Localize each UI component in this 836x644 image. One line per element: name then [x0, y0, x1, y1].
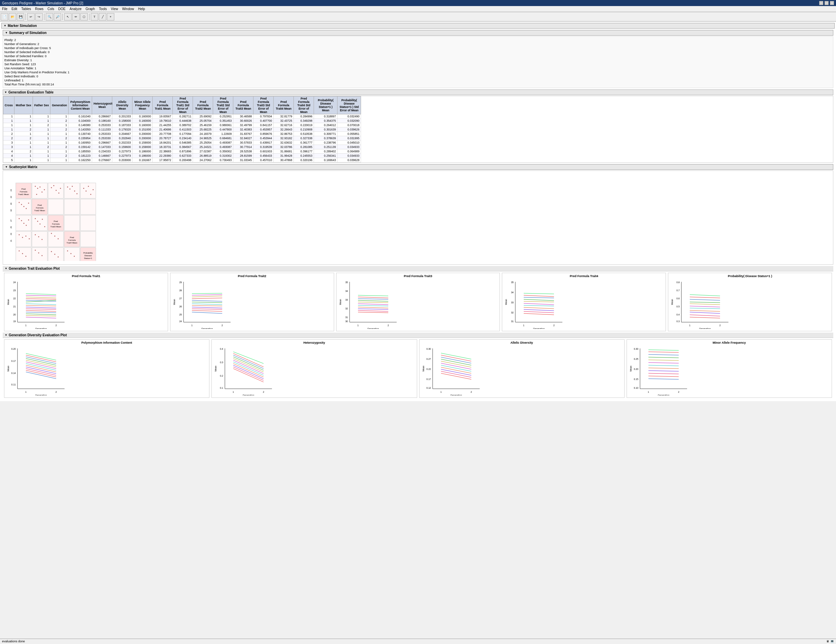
marker-simulation-header[interactable]: ▼ Marker Simulation [2, 23, 834, 29]
brush-button[interactable]: ✏ [72, 13, 80, 21]
svg-text:Generation: Generation [35, 394, 47, 396]
menu-doe[interactable]: DOE [56, 7, 68, 11]
new-button[interactable]: 📄 [1, 13, 8, 21]
diversity-plot-header[interactable]: ▼ Generation Diversity Evaluation Plot [3, 333, 833, 338]
svg-line-179 [358, 306, 388, 306]
menu-rows[interactable]: Rows [33, 7, 46, 11]
svg-text:2: 2 [263, 391, 264, 393]
svg-text:0.14: 0.14 [11, 372, 16, 374]
toolbar-sep2 [44, 13, 44, 20]
page-wrapper: ▼ Marker Simulation ▼ Summary of Simulat… [0, 21, 836, 644]
svg-text:Generation: Generation [243, 394, 255, 396]
svg-text:Mean: Mean [7, 366, 10, 372]
col-pred-t4-mean: Pred Formula Trait4 Mean [274, 96, 294, 114]
col-prob1-se: Probability( Disease Status=1 ) Std Erro… [338, 96, 361, 114]
svg-line-176 [358, 300, 388, 301]
col-pred-t1-mean: Pred Formula Trait1 Mean [153, 96, 173, 114]
svg-line-316 [648, 376, 679, 377]
menu-graph[interactable]: Graph [84, 7, 97, 11]
zoom-out-button[interactable]: 🔎 [54, 13, 61, 21]
svg-text:23: 23 [13, 289, 16, 292]
lasso-button[interactable]: ⬡ [80, 13, 88, 21]
svg-line-128 [26, 304, 56, 305]
summary-header[interactable]: ▼ Summary of Simulation [3, 30, 833, 36]
minimize-button[interactable]: − [819, 1, 823, 5]
svg-text:Trait3 Mean: Trait3 Mean [51, 226, 61, 228]
svg-point-52 [44, 189, 45, 190]
summary-unthreaded: Unthreaded: 1 [4, 78, 832, 82]
svg-point-86 [26, 236, 26, 237]
svg-text:2: 2 [553, 324, 555, 327]
svg-text:Trait1 Mean: Trait1 Mean [18, 193, 29, 195]
menu-help[interactable]: Help [136, 7, 147, 11]
undo-button[interactable]: ↩ [27, 13, 34, 21]
svg-rect-15 [80, 183, 96, 198]
window-controls: − □ × [819, 1, 834, 5]
svg-line-221 [690, 302, 720, 302]
line-button[interactable]: ╱ [99, 13, 106, 21]
svg-point-105 [74, 256, 75, 257]
scatter-matrix-svg: 24 22 20 18 27 25 23 21 Pred Formula Tra… [6, 173, 100, 261]
svg-point-101 [54, 254, 56, 255]
open-button[interactable]: 📂 [9, 13, 16, 21]
data-table-container[interactable]: Cross Mother Sex Father Sex Generation P… [3, 96, 833, 163]
close-button[interactable]: × [830, 1, 834, 5]
menu-tables[interactable]: Tables [19, 7, 33, 11]
menu-view[interactable]: View [109, 7, 120, 11]
save-button[interactable]: 💾 [17, 13, 24, 21]
svg-text:0.17: 0.17 [426, 378, 431, 380]
svg-point-68 [93, 189, 94, 190]
marker-sim-arrow: ▼ [4, 24, 7, 27]
svg-line-317 [648, 379, 679, 379]
svg-point-63 [77, 193, 78, 195]
svg-text:0.30: 0.30 [634, 348, 638, 350]
svg-line-183 [358, 295, 388, 296]
svg-text:Formula: Formula [52, 223, 60, 225]
svg-rect-22 [64, 199, 80, 214]
svg-line-135 [26, 314, 56, 315]
col-polymorphism: Polymorphism Information Content Mean [69, 96, 92, 114]
svg-text:0.25: 0.25 [634, 358, 638, 360]
menu-file[interactable]: File [0, 7, 10, 11]
scatter-header[interactable]: ▼ Scatterplot Matrix [3, 164, 833, 170]
svg-point-50 [40, 186, 41, 188]
menu-edit[interactable]: Edit [10, 7, 19, 11]
svg-text:0.5: 0.5 [676, 306, 680, 308]
select-button[interactable]: ↖ [64, 13, 72, 21]
generation-eval-header[interactable]: ▼ Generation Evaluation Table [3, 90, 833, 95]
svg-text:31: 31 [511, 320, 514, 322]
svg-line-126 [26, 297, 56, 298]
svg-text:1: 1 [523, 324, 524, 327]
table-row: 31220.1591420.1473330.1596000.15900018.3… [3, 145, 361, 149]
summary-ploidy: Ploidy: 2 [4, 38, 832, 42]
menu-cols[interactable]: Cols [46, 7, 56, 11]
svg-point-51 [42, 192, 43, 193]
svg-line-251 [26, 372, 56, 379]
maximize-button[interactable]: □ [825, 1, 829, 5]
col-maf: Minor Allele Frequency Mean [132, 96, 153, 114]
annotate-button[interactable]: T [91, 13, 98, 21]
svg-point-81 [40, 224, 41, 225]
zoom-in-button[interactable]: 🔍 [46, 13, 53, 21]
redo-button[interactable]: ↪ [35, 13, 43, 21]
trait-plot-header[interactable]: ▼ Generation Trait Evaluation Plot [3, 266, 833, 271]
svg-rect-30 [64, 215, 80, 231]
svg-text:32: 32 [345, 307, 348, 310]
polymorphism-plot: Polymorphism Information Content 0.20 0.… [4, 339, 209, 398]
svg-point-103 [67, 250, 68, 252]
svg-point-97 [35, 250, 36, 251]
col-pred-t4-se: Pred Formula Trait4 Std Error of Mean [294, 96, 314, 114]
svg-rect-41 [32, 247, 47, 261]
menu-window[interactable]: Window [120, 7, 136, 11]
svg-line-241 [26, 357, 56, 363]
svg-line-123 [26, 299, 56, 299]
trait3-title: Pred Formula Trait3 [338, 275, 498, 278]
menu-analyze[interactable]: Analyze [68, 7, 84, 11]
menu-tools[interactable]: Tools [97, 7, 109, 11]
title-bar: Genotypes Pedigree - Marker Simulation -… [0, 0, 836, 6]
add-button[interactable]: + [107, 13, 114, 21]
svg-text:25: 25 [179, 314, 182, 316]
toolbar-sep1 [26, 13, 26, 20]
summary-annotation: Use Annotation Table: 1 [4, 66, 832, 70]
table-row: 11110.1610400.2866670.2013330.16000019.8… [3, 114, 361, 119]
